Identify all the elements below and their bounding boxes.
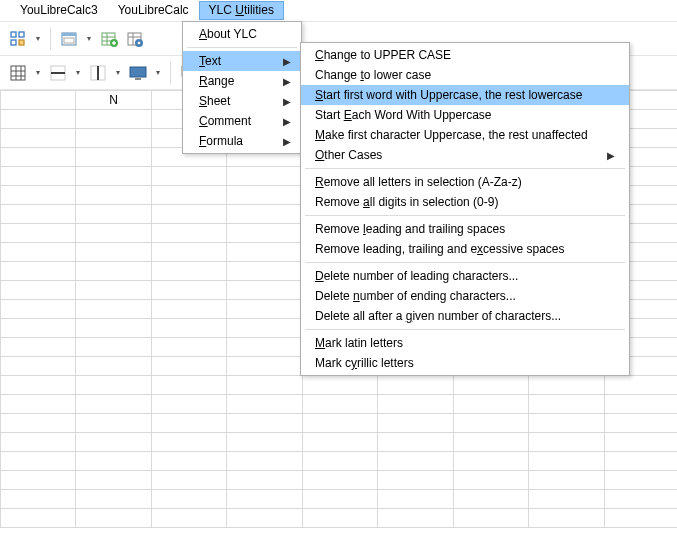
submenu-item[interactable]: Delete all after a given number of chara… xyxy=(301,306,629,326)
chevron-down-icon[interactable]: ▾ xyxy=(112,61,124,85)
cell[interactable] xyxy=(227,224,302,243)
cell[interactable] xyxy=(227,376,302,395)
cell[interactable] xyxy=(378,433,453,452)
cell[interactable] xyxy=(604,452,677,471)
cell[interactable] xyxy=(378,376,453,395)
cell[interactable] xyxy=(1,262,76,281)
cell[interactable] xyxy=(76,167,151,186)
menubar-item-youlibrecalc3[interactable]: YouLibreCalc3 xyxy=(10,1,108,20)
cell[interactable] xyxy=(1,110,76,129)
cell[interactable] xyxy=(151,205,226,224)
submenu-item[interactable]: Remove leading, trailing and excessive s… xyxy=(301,239,629,259)
cell[interactable] xyxy=(529,490,604,509)
cell[interactable] xyxy=(453,471,528,490)
cell[interactable] xyxy=(302,490,377,509)
cell[interactable] xyxy=(227,490,302,509)
chevron-down-icon[interactable]: ▾ xyxy=(72,61,84,85)
cell[interactable] xyxy=(76,243,151,262)
cell[interactable] xyxy=(227,509,302,528)
cell[interactable] xyxy=(302,471,377,490)
cell[interactable] xyxy=(302,433,377,452)
cell[interactable] xyxy=(76,224,151,243)
cell[interactable] xyxy=(76,205,151,224)
column-header[interactable]: N xyxy=(76,91,151,110)
cell[interactable] xyxy=(302,376,377,395)
cell[interactable] xyxy=(1,319,76,338)
cell[interactable] xyxy=(151,414,226,433)
cell[interactable] xyxy=(76,509,151,528)
menu-item-comment[interactable]: Comment ▶ xyxy=(183,111,301,131)
cell[interactable] xyxy=(1,376,76,395)
cell[interactable] xyxy=(76,433,151,452)
cell[interactable] xyxy=(1,357,76,376)
cell[interactable] xyxy=(76,395,151,414)
border-h-icon[interactable] xyxy=(46,61,70,85)
cell[interactable] xyxy=(604,395,677,414)
submenu-item[interactable]: Other Cases▶ xyxy=(301,145,629,165)
cell[interactable] xyxy=(151,490,226,509)
submenu-item[interactable]: Change to lower case xyxy=(301,65,629,85)
chevron-down-icon[interactable]: ▾ xyxy=(32,27,44,51)
menubar-item-youlibrecalc[interactable]: YouLibreCalc xyxy=(108,1,199,20)
cell[interactable] xyxy=(1,509,76,528)
cell[interactable] xyxy=(76,300,151,319)
cell[interactable] xyxy=(453,433,528,452)
cell[interactable] xyxy=(302,509,377,528)
cell[interactable] xyxy=(151,452,226,471)
cell[interactable] xyxy=(1,148,76,167)
cell[interactable] xyxy=(151,357,226,376)
cell[interactable] xyxy=(151,395,226,414)
cell[interactable] xyxy=(1,414,76,433)
cell[interactable] xyxy=(453,490,528,509)
cell[interactable] xyxy=(378,490,453,509)
cell[interactable] xyxy=(1,243,76,262)
cell[interactable] xyxy=(151,167,226,186)
cell[interactable] xyxy=(453,376,528,395)
cell[interactable] xyxy=(76,281,151,300)
cell[interactable] xyxy=(1,433,76,452)
column-header[interactable] xyxy=(1,91,76,110)
menu-item-text[interactable]: Text ▶ xyxy=(183,51,301,71)
menu-item-formula[interactable]: Formula ▶ xyxy=(183,131,301,151)
cell[interactable] xyxy=(227,167,302,186)
cell[interactable] xyxy=(227,243,302,262)
menubar-item-ylc-utilities[interactable]: YLC Utilities xyxy=(199,1,284,20)
cell[interactable] xyxy=(604,376,677,395)
cell[interactable] xyxy=(1,205,76,224)
cell[interactable] xyxy=(76,414,151,433)
submenu-item[interactable]: Start Each Word With Uppercase xyxy=(301,105,629,125)
cell[interactable] xyxy=(1,281,76,300)
cell[interactable] xyxy=(227,338,302,357)
cell[interactable] xyxy=(227,433,302,452)
cell[interactable] xyxy=(76,262,151,281)
cell[interactable] xyxy=(151,243,226,262)
menu-item-range[interactable]: Range ▶ xyxy=(183,71,301,91)
table-gear-icon[interactable] xyxy=(123,27,147,51)
cell[interactable] xyxy=(76,338,151,357)
cell[interactable] xyxy=(76,452,151,471)
cell[interactable] xyxy=(151,186,226,205)
chevron-down-icon[interactable]: ▾ xyxy=(83,27,95,51)
cell[interactable] xyxy=(227,414,302,433)
cell[interactable] xyxy=(1,452,76,471)
submenu-item[interactable]: Make first character Uppercase, the rest… xyxy=(301,125,629,145)
cell[interactable] xyxy=(1,224,76,243)
cell[interactable] xyxy=(529,471,604,490)
screen-icon[interactable] xyxy=(126,61,150,85)
window-icon[interactable] xyxy=(57,27,81,51)
submenu-item[interactable]: Delete number of leading characters... xyxy=(301,266,629,286)
cell[interactable] xyxy=(1,471,76,490)
cell[interactable] xyxy=(529,376,604,395)
cell[interactable] xyxy=(604,433,677,452)
cell[interactable] xyxy=(227,319,302,338)
cell[interactable] xyxy=(151,376,226,395)
cell[interactable] xyxy=(453,414,528,433)
cell[interactable] xyxy=(76,376,151,395)
cell[interactable] xyxy=(227,395,302,414)
border-v-icon[interactable] xyxy=(86,61,110,85)
menu-item-about-ylc[interactable]: About YLC xyxy=(183,24,301,44)
cell[interactable] xyxy=(1,167,76,186)
cell[interactable] xyxy=(529,395,604,414)
submenu-item[interactable]: Remove all digits in selection (0-9) xyxy=(301,192,629,212)
apps-icon[interactable] xyxy=(6,27,30,51)
